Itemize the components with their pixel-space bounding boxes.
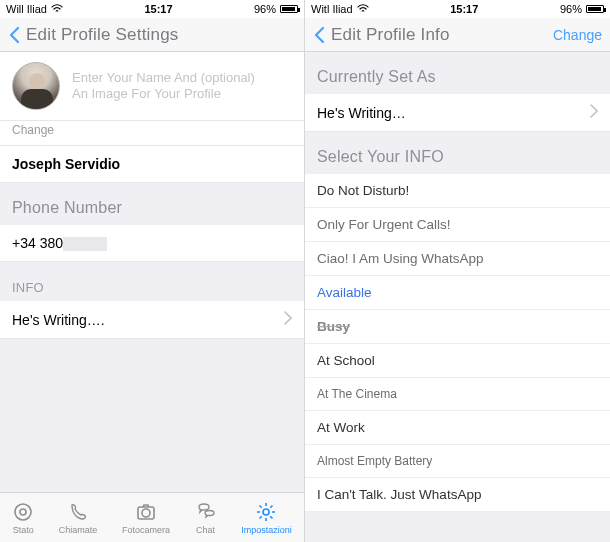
carrier-label: Will Iliad [6,3,47,15]
back-button[interactable] [8,26,22,44]
svg-point-3 [142,509,150,517]
phone-masked: 000 [63,237,107,251]
option-row[interactable]: I Can't Talk. Just WhatsApp [305,478,610,512]
option-row[interactable]: Only For Urgent Calls! [305,208,610,242]
battery-icon [280,5,298,13]
option-row[interactable]: At School [305,344,610,378]
navbar: Edit Profile Info Change [305,18,610,52]
profile-block: Enter Your Name And (optional) An Image … [0,52,304,121]
chevron-right-icon [590,104,598,121]
change-photo-button[interactable]: Change [0,121,304,146]
phone-row: +34 380000 [0,225,304,262]
wifi-icon [357,3,369,15]
currently-header: Currently Set As [305,52,610,94]
tab-chat[interactable]: Chat [195,501,217,535]
status-bar: Witl Iliad 15:17 96% [305,0,610,18]
option-row[interactable]: Busy [305,310,610,344]
clock: 15:17 [144,3,172,15]
chevron-right-icon [284,311,292,328]
tab-fotocamera[interactable]: Fotocamera [122,501,170,535]
name-hint: Enter Your Name And (optional) An Image … [72,70,255,103]
status-bar: Will Iliad 15:17 96% [0,0,304,18]
select-header: Select Your INFO [305,132,610,174]
battery-percent: 96% [560,3,582,15]
name-field[interactable]: Joseph Servidio [0,146,304,183]
change-button[interactable]: Change [553,27,602,43]
page-title: Edit Profile Settings [26,25,296,45]
option-row[interactable]: Do Not Disturb! [305,174,610,208]
option-row[interactable]: Ciao! I Am Using WhatsApp [305,242,610,276]
tab-chiamate[interactable]: Chiamate [59,501,98,535]
battery-percent: 96% [254,3,276,15]
phone-header: Phone Number [0,183,304,225]
tab-stato[interactable]: Stato [12,501,34,535]
battery-icon [586,5,604,13]
navbar: Edit Profile Settings [0,18,304,52]
wifi-icon [51,3,63,15]
tab-impostazioni[interactable]: Impostazioni [241,501,292,535]
option-row[interactable]: Almost Empty Battery [305,445,610,478]
option-row[interactable]: At The Cinema [305,378,610,411]
option-row[interactable]: At Work [305,411,610,445]
svg-point-1 [20,509,26,515]
carrier-label: Witl Iliad [311,3,353,15]
page-title: Edit Profile Info [331,25,549,45]
option-row[interactable]: Available [305,276,610,310]
svg-point-4 [263,509,269,515]
avatar[interactable] [12,62,60,110]
svg-point-0 [15,504,31,520]
back-button[interactable] [313,26,327,44]
tabbar: Stato Chiamate Fotocamera Chat Impostazi… [0,492,304,542]
current-info-row[interactable]: He's Writing… [305,94,610,132]
info-header: INFO [0,262,304,301]
info-row[interactable]: He's Writing…. [0,301,304,339]
clock: 15:17 [450,3,478,15]
